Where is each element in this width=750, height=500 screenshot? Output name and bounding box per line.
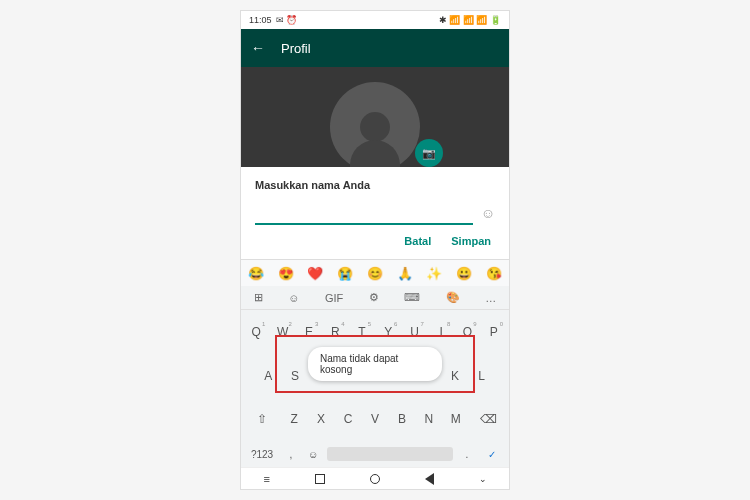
spacebar[interactable] [327,447,453,461]
key-p[interactable]: P0 [481,321,507,343]
emoji-item[interactable]: 🙏 [397,266,413,281]
save-button[interactable]: Simpan [451,235,491,247]
key-b[interactable]: B [388,408,415,430]
nav-back-icon[interactable] [425,473,434,485]
key-row-bottom: ?123 , ☺ . ✓ [241,441,509,467]
backspace-key[interactable]: ⌫ [469,408,507,430]
period-key[interactable]: . [459,449,475,460]
key-l[interactable]: L [468,365,495,387]
phone-frame: 11:05 ✉ ⏰ ✱ 📶 📶 📶 🔋 ← Profil 📷 Masukkan … [240,10,510,490]
emoji-key[interactable]: ☺ [305,449,321,460]
comma-key[interactable]: , [283,449,299,460]
key-a[interactable]: A [255,365,282,387]
key-r[interactable]: R4 [322,321,348,343]
nav-home-icon[interactable] [370,474,380,484]
shift-key[interactable]: ⇧ [243,408,281,430]
emoji-item[interactable]: 😘 [486,266,502,281]
cancel-button[interactable]: Batal [404,235,431,247]
sticker-icon[interactable]: ☺ [288,292,299,304]
key-x[interactable]: X [308,408,335,430]
more-icon[interactable]: … [485,292,496,304]
dialog-title: Masukkan nama Anda [255,179,495,191]
profile-photo-area: 📷 [241,67,509,167]
avatar-placeholder [330,82,420,167]
status-right-icons: ✱ 📶 📶 📶 🔋 [439,15,501,25]
key-o[interactable]: O9 [454,321,480,343]
keyboard: 😂 😍 ❤️ 😭 😊 🙏 ✨ 😀 😘 ⊞ ☺ GIF ⚙ ⌨ 🎨 … Q1 W2… [241,259,509,467]
symbols-key[interactable]: ?123 [247,449,277,460]
key-y[interactable]: Y6 [375,321,401,343]
camera-icon[interactable]: 📷 [415,139,443,167]
emoji-suggestion-row: 😂 😍 ❤️ 😭 😊 🙏 ✨ 😀 😘 [241,260,509,286]
status-left-icons: ✉ ⏰ [276,15,298,25]
key-e[interactable]: E3 [296,321,322,343]
emoji-item[interactable]: 😭 [337,266,353,281]
key-c[interactable]: C [335,408,362,430]
key-t[interactable]: T5 [349,321,375,343]
key-u[interactable]: U7 [401,321,427,343]
app-title: Profil [281,41,311,56]
person-icon [360,112,390,142]
emoji-item[interactable]: ✨ [426,266,442,281]
key-v[interactable]: V [362,408,389,430]
emoji-item[interactable]: 😂 [248,266,264,281]
app-bar: ← Profil [241,29,509,67]
key-m[interactable]: M [442,408,469,430]
key-q[interactable]: Q1 [243,321,269,343]
back-icon[interactable]: ← [251,40,265,56]
nav-menu-icon[interactable]: ≡ [263,473,269,485]
translate-icon[interactable]: ⌨ [404,291,420,304]
settings-icon[interactable]: ⚙ [369,291,379,304]
grid-icon[interactable]: ⊞ [254,291,263,304]
emoji-item[interactable]: 😍 [278,266,294,281]
emoji-picker-icon[interactable]: ☺ [481,205,495,221]
nav-keyboard-toggle-icon[interactable]: ⌄ [479,474,487,484]
nav-recents-icon[interactable] [315,474,325,484]
status-bar: 11:05 ✉ ⏰ ✱ 📶 📶 📶 🔋 [241,11,509,29]
key-z[interactable]: Z [281,408,308,430]
key-n[interactable]: N [415,408,442,430]
status-time: 11:05 [249,15,272,25]
key-i[interactable]: I8 [428,321,454,343]
emoji-item[interactable]: 😊 [367,266,383,281]
android-nav-bar: ≡ ⌄ [241,467,509,489]
key-row-3: ⇧ Z X C V B N M ⌫ [241,397,509,441]
key-w[interactable]: W2 [269,321,295,343]
keyboard-toolbar: ⊞ ☺ GIF ⚙ ⌨ 🎨 … [241,286,509,310]
emoji-item[interactable]: 😀 [456,266,472,281]
toast-message: Nama tidak dapat kosong [308,347,442,381]
key-k[interactable]: K [442,365,469,387]
name-dialog: Masukkan nama Anda ☺ Batal Simpan [241,167,509,259]
emoji-item[interactable]: ❤️ [307,266,323,281]
name-input[interactable] [255,201,473,225]
enter-key[interactable]: ✓ [481,449,503,460]
theme-icon[interactable]: 🎨 [446,291,460,304]
key-s[interactable]: S [282,365,309,387]
gif-icon[interactable]: GIF [325,292,343,304]
